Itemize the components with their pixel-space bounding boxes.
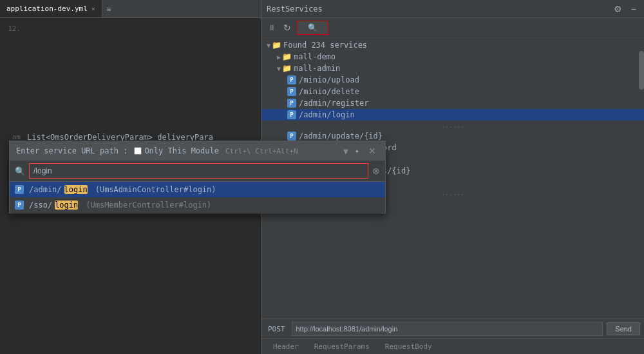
p-badge-icon: P (287, 99, 296, 108)
result-controller-2: (UmsMemberController#login) (86, 201, 211, 210)
overlay-header: Enter service URL path : Only This Modul… (10, 141, 385, 161)
url-search-overlay: Enter service URL path : Only This Modul… (9, 141, 386, 213)
p-badge-icon: P (287, 132, 296, 141)
p-badge-icon: P (287, 75, 296, 84)
result-path-prefix-2: /sso/ (29, 201, 52, 210)
mall-admin-label: mall-admin (294, 64, 340, 73)
editor-options-icon[interactable]: ≡ (102, 0, 115, 18)
gear-button[interactable]: ⚙ (611, 3, 625, 15)
only-this-module-checkbox[interactable] (134, 147, 142, 155)
tab-application-dev-yml[interactable]: application-dev.yml ✕ (0, 0, 102, 17)
search-icon: 🔍 (308, 23, 317, 32)
tree-root[interactable]: ▼ 📁 Found 234 services (261, 39, 644, 51)
clear-search-button[interactable]: ⊗ (372, 166, 380, 176)
overlay-prompt-label: Enter service URL path : (16, 146, 128, 155)
p-badge-icon: P (287, 110, 296, 119)
endpoint-admin-register[interactable]: P /admin/register (261, 97, 644, 109)
folder-icon-mall-admin: 📁 (282, 64, 292, 73)
url-search-input[interactable] (29, 163, 368, 179)
only-this-module-label: Only This Module (144, 146, 219, 155)
tab-request-body[interactable]: RequestBody (377, 339, 440, 354)
endpoint-minio-delete[interactable]: P /minio/delete (261, 86, 644, 97)
search-results-list: P /admin/login (UmsAdminController#login… (10, 182, 385, 213)
folder-icon-mall-demo: 📁 (282, 52, 292, 61)
asterisk-icon: ✦ (355, 146, 359, 155)
panel-title: RestServices (267, 5, 323, 14)
search-box[interactable]: 🔍 (296, 21, 328, 35)
panel-actions: ⚙ − (611, 3, 639, 15)
tab-bar: application-dev.yml ✕ ≡ (0, 0, 261, 18)
arrow-down-icon: ▼ (267, 42, 270, 49)
tab-header[interactable]: Header (265, 339, 307, 354)
search-icon-overlay: 🔍 (15, 166, 25, 176)
search-result-item[interactable]: P /admin/login (UmsAdminController#login… (10, 182, 385, 197)
p-badge-icon: P (15, 185, 24, 194)
toolbar-row: ⏸ ↻ 🔍 (261, 18, 644, 38)
refresh-button[interactable]: ↻ (281, 22, 294, 34)
p-badge-icon: P (15, 201, 24, 210)
code-spacer (0, 35, 261, 132)
mall-demo-label: mall-demo (294, 52, 336, 61)
minimize-button[interactable]: − (629, 3, 639, 15)
result-path-prefix: /admin/ (29, 185, 62, 194)
result-controller: (UmsAdminController#login) (95, 185, 216, 194)
endpoint-minio-upload[interactable]: P /minio/upload (261, 74, 644, 86)
url-bar: POST Send (261, 319, 644, 339)
divider: ...... (261, 121, 644, 130)
panel-header: RestServices ⚙ − (261, 0, 644, 18)
code-line-12: 12. (0, 23, 261, 35)
scrollbar-thumb[interactable] (639, 51, 644, 90)
overlay-close-button[interactable]: ✕ (366, 145, 379, 157)
result-path-highlight-2: login (55, 201, 78, 210)
search-result-item[interactable]: P /sso/login (UmsMemberController#login) (10, 197, 385, 213)
tab-close-icon[interactable]: ✕ (91, 5, 95, 12)
filter-icon: ▼ (343, 146, 348, 156)
arrow-right-icon: ▶ (277, 54, 281, 61)
shortcut-label: Ctrl+\ Ctrl+Alt+N (225, 147, 298, 155)
search-input-row: 🔍 ⊗ (10, 161, 385, 182)
url-input[interactable] (292, 322, 603, 336)
folder-icon: 📁 (272, 41, 281, 50)
endpoint-admin-login[interactable]: P /admin/login (261, 109, 644, 121)
found-services-label: Found 234 services (283, 41, 367, 50)
tree-mall-demo[interactable]: ▶ 📁 mall-demo (261, 51, 644, 63)
only-this-module-wrap: Only This Module (134, 146, 219, 155)
http-method-label: POST (265, 324, 288, 335)
send-button[interactable]: Send (607, 322, 640, 335)
arrow-down-icon-admin: ▼ (277, 65, 281, 72)
p-badge-icon: P (287, 87, 296, 96)
bottom-tabs-row: Header RequestParams RequestBody (261, 339, 644, 354)
tab-label: application-dev.yml (6, 5, 88, 13)
tree-mall-admin[interactable]: ▼ 📁 mall-admin (261, 63, 644, 74)
tab-request-params[interactable]: RequestParams (307, 339, 377, 354)
pause-button[interactable]: ⏸ (265, 23, 278, 33)
result-path-highlight: login (64, 185, 88, 194)
